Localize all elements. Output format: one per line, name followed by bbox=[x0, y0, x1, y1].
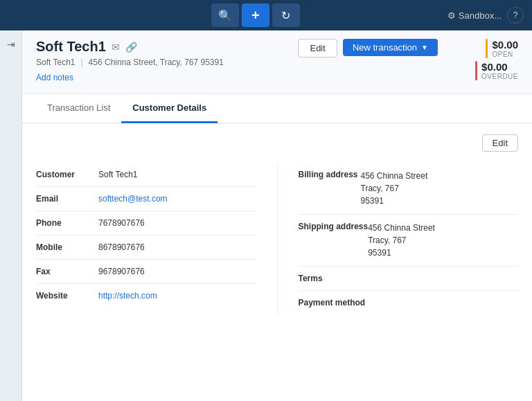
customer-address: 456 Chinna Street, Tracy, 767 95391 bbox=[89, 57, 224, 67]
value-email[interactable]: softtech@test.com bbox=[98, 194, 256, 204]
open-status: $0.00 OPEN bbox=[486, 39, 518, 58]
details-panel: Edit Customer Soft Tech1 Email softtech@… bbox=[22, 123, 532, 326]
label-email: Email bbox=[36, 194, 98, 204]
open-amount: $0.00 bbox=[492, 39, 518, 51]
main-layout: ⇥ Soft Tech1 ✉ 🔗 Soft Tech1 | 456 Chinna… bbox=[0, 30, 532, 401]
sandbox-button[interactable]: ⚙ Sandbox... bbox=[447, 10, 502, 21]
sidebar-toggle[interactable]: ⇥ bbox=[7, 39, 15, 50]
top-nav-right: ⚙ Sandbox... ? bbox=[447, 7, 524, 24]
detail-row-fax: Fax 9678907676 bbox=[36, 260, 256, 284]
overdue-status-bar bbox=[475, 61, 477, 80]
label-payment-method: Payment method bbox=[299, 298, 366, 308]
sandbox-label: Sandbox... bbox=[459, 10, 502, 21]
top-nav-center: 🔍 + ↻ bbox=[211, 3, 300, 27]
customer-sub-name: Soft Tech1 bbox=[36, 57, 75, 67]
sidebar: ⇥ bbox=[0, 30, 22, 401]
value-mobile: 8678907676 bbox=[98, 242, 256, 252]
content-area: Soft Tech1 ✉ 🔗 Soft Tech1 | 456 Chinna S… bbox=[22, 30, 532, 401]
customer-subtitle: Soft Tech1 | 456 Chinna Street, Tracy, 7… bbox=[36, 57, 298, 67]
open-label: OPEN bbox=[492, 51, 513, 58]
gear-icon: ⚙ bbox=[447, 10, 456, 21]
add-notes-link[interactable]: Add notes bbox=[36, 73, 73, 82]
help-icon: ? bbox=[513, 10, 518, 20]
customer-header: Soft Tech1 ✉ 🔗 Soft Tech1 | 456 Chinna S… bbox=[22, 30, 532, 94]
status-amounts: $0.00 OPEN $0.00 OVERDUE bbox=[449, 39, 518, 80]
label-fax: Fax bbox=[36, 267, 98, 276]
refresh-icon: ↻ bbox=[281, 9, 290, 22]
detail-row-email: Email softtech@test.com bbox=[36, 187, 256, 211]
details-columns: Customer Soft Tech1 Email softtech@test.… bbox=[36, 163, 518, 314]
detail-row-website: Website http://stech.com bbox=[36, 284, 256, 308]
detail-row-billing: Billing address 456 Chinna StreetTracy, … bbox=[299, 163, 519, 215]
label-terms: Terms bbox=[299, 274, 361, 283]
add-button[interactable]: + bbox=[242, 3, 269, 27]
label-phone: Phone bbox=[36, 218, 98, 228]
open-status-bar bbox=[486, 39, 488, 58]
detail-row-shipping: Shipping address 456 Chinna StreetTracy,… bbox=[299, 215, 519, 267]
open-status-text: $0.00 OPEN bbox=[492, 39, 518, 58]
tabs-bar: Transaction List Customer Details bbox=[22, 94, 532, 123]
detail-row-terms: Terms bbox=[299, 267, 519, 291]
label-billing: Billing address bbox=[299, 170, 361, 179]
overdue-status-text: $0.00 OVERDUE bbox=[481, 61, 518, 80]
overdue-status: $0.00 OVERDUE bbox=[475, 61, 518, 80]
overdue-label: OVERDUE bbox=[481, 73, 518, 80]
edit-button[interactable]: Edit bbox=[298, 39, 337, 57]
details-right-column: Billing address 456 Chinna StreetTracy, … bbox=[278, 163, 519, 314]
details-edit-button[interactable]: Edit bbox=[482, 134, 518, 152]
details-panel-header: Edit bbox=[36, 134, 518, 152]
dropdown-arrow-icon: ▼ bbox=[421, 44, 428, 51]
toggle-icon: ⇥ bbox=[7, 39, 15, 50]
value-billing: 456 Chinna StreetTracy, 76795391 bbox=[361, 170, 519, 207]
customer-actions: Edit New transaction ▼ bbox=[298, 39, 438, 57]
value-website[interactable]: http://stech.com bbox=[98, 291, 256, 301]
new-transaction-button[interactable]: New transaction ▼ bbox=[343, 39, 438, 56]
email-icon[interactable]: ✉ bbox=[112, 42, 120, 53]
refresh-button[interactable]: ↻ bbox=[272, 3, 300, 27]
search-icon: 🔍 bbox=[218, 9, 232, 22]
tab-transaction-list[interactable]: Transaction List bbox=[36, 94, 121, 123]
new-transaction-label: New transaction bbox=[353, 42, 417, 53]
top-navigation: 🔍 + ↻ ⚙ Sandbox... ? bbox=[0, 0, 532, 30]
detail-row-phone: Phone 7678907676 bbox=[36, 211, 256, 235]
customer-info: Soft Tech1 ✉ 🔗 Soft Tech1 | 456 Chinna S… bbox=[36, 39, 298, 82]
value-fax: 9678907676 bbox=[98, 267, 256, 276]
detail-row-payment-method: Payment method bbox=[299, 291, 519, 314]
value-customer: Soft Tech1 bbox=[98, 170, 256, 179]
label-mobile: Mobile bbox=[36, 242, 98, 252]
help-button[interactable]: ? bbox=[507, 7, 524, 24]
customer-name-row: Soft Tech1 ✉ 🔗 bbox=[36, 39, 298, 55]
search-button[interactable]: 🔍 bbox=[211, 3, 239, 27]
label-shipping: Shipping address bbox=[299, 222, 369, 231]
label-customer: Customer bbox=[36, 170, 98, 179]
detail-row-mobile: Mobile 8678907676 bbox=[36, 235, 256, 260]
details-left-column: Customer Soft Tech1 Email softtech@test.… bbox=[36, 163, 278, 314]
label-website: Website bbox=[36, 291, 98, 301]
detail-row-customer: Customer Soft Tech1 bbox=[36, 163, 256, 187]
tab-customer-details[interactable]: Customer Details bbox=[121, 94, 218, 123]
add-icon: + bbox=[251, 8, 260, 24]
customer-name: Soft Tech1 bbox=[36, 39, 106, 55]
overdue-amount: $0.00 bbox=[481, 61, 508, 73]
customer-header-top: Soft Tech1 ✉ 🔗 Soft Tech1 | 456 Chinna S… bbox=[36, 39, 518, 82]
link-icon[interactable]: 🔗 bbox=[125, 42, 137, 53]
value-shipping: 456 Chinna StreetTracy, 76795391 bbox=[368, 222, 518, 259]
value-phone: 7678907676 bbox=[98, 218, 256, 228]
